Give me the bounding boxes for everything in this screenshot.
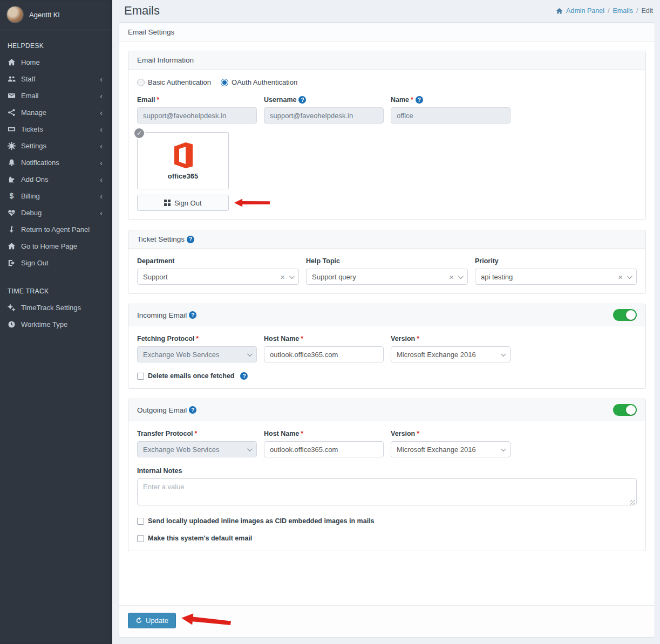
label-text: Name [391,96,409,104]
sidebar-item-timetrack-settings[interactable]: TimeTrack Settings [0,299,112,316]
sidebar-item-home[interactable]: Home [0,54,112,71]
user-panel: Agenttt Kl [0,0,112,30]
clear-icon[interactable]: × [449,273,454,281]
breadcrumb-admin-panel[interactable]: Admin Panel [566,7,604,15]
chevron-left-icon: ‹ [100,159,105,167]
name-field-group: Name * ? [391,96,511,124]
help-topic-select[interactable]: Support query × [306,269,468,285]
update-button[interactable]: Update [128,613,176,628]
department-select[interactable]: Support × [137,269,299,285]
help-icon[interactable]: ? [187,236,194,243]
gears-icon [8,304,16,312]
provider-name: office365 [168,172,198,180]
panel-title: Email Settings [119,23,655,42]
outgoing-version-select[interactable]: Microsoft Exchange 2016 [391,441,511,457]
incoming-host-field[interactable] [264,346,384,362]
sidebar-item-notifications[interactable]: Notifications‹ [0,154,112,171]
help-icon[interactable]: ? [189,311,196,319]
card-title: Outgoing Email [137,406,187,414]
help-icon[interactable]: ? [189,406,196,414]
breadcrumb-emails[interactable]: Emails [613,7,633,15]
oauth-auth-radio[interactable]: OAuth Authentication [221,78,297,86]
office365-tile[interactable]: office365 [137,132,229,189]
delete-emails-checkbox[interactable] [137,373,144,380]
menu-section-header: HELPDESK [0,36,112,54]
cid-images-checkbox[interactable] [137,518,144,525]
outgoing-email-body: Transfer Protocol * Exchange Web Service… [128,421,645,551]
required-marker: * [411,96,413,104]
sidebar-item-debug[interactable]: Debug‹ [0,204,112,221]
sidebar-item-tickets[interactable]: Tickets‹ [0,121,112,138]
incoming-version-group: Version * Microsoft Exchange 2016 [391,335,511,362]
envelope-icon [8,92,16,100]
breadcrumb: Admin Panel / Emails / Edit [556,4,653,15]
share-icon [8,108,16,117]
main-content: Emails Admin Panel / Emails / Edit Email… [112,0,660,644]
refresh-icon [135,617,142,624]
card-title: Ticket Settings [137,235,185,243]
incoming-email-header: Incoming Email ? [128,304,645,326]
help-topic-label: Help Topic [306,257,468,265]
menu-item-label: Manage [21,108,94,117]
sidebar-item-return-to-agent-panel[interactable]: Return to Agent Panel [0,221,112,238]
chevron-left-icon: ‹ [100,92,105,100]
outgoing-email-toggle[interactable] [613,404,637,416]
checkbox-label: Make this system's default email [148,535,252,542]
home-icon [556,8,563,15]
outgoing-host-field[interactable] [264,441,384,457]
email-field-group: Email * [137,96,257,124]
puzzle-icon [8,175,16,183]
checkbox-label: Delete emails once fetched [148,372,234,380]
username-field-group: Username ? [264,96,384,124]
email-settings-panel: Email Settings Email Information Basic A… [119,22,655,638]
update-label: Update [146,616,168,625]
resize-handle[interactable] [630,500,635,505]
incoming-email-toggle[interactable] [613,309,637,321]
sidebar-item-sign-out[interactable]: Sign Out [0,255,112,271]
sidebar-item-go-to-home-page[interactable]: Go to Home Page [0,238,112,255]
incoming-host-label: Host Name * [264,335,384,342]
incoming-version-select[interactable]: Microsoft Exchange 2016 [391,346,511,362]
chevron-down-icon [501,446,506,451]
radio-icon[interactable] [221,79,228,86]
clear-icon[interactable]: × [618,273,623,281]
incoming-email-card: Incoming Email ? Fetching Protocol * Exc… [128,304,646,389]
menu-item-label: Settings [21,142,94,150]
selected-check-icon: ✓ [133,127,145,139]
select-value: Microsoft Exchange 2016 [397,351,496,359]
help-icon[interactable]: ? [240,372,248,380]
priority-select[interactable]: api testing × [475,269,637,285]
select-value: api testing [481,273,614,281]
help-icon[interactable]: ? [416,96,423,104]
sign-out-button[interactable]: Sign Out [137,195,229,211]
menu-item-label: Staff [21,75,94,83]
default-email-checkbox[interactable] [137,535,144,542]
breadcrumb-separator: / [608,7,609,15]
menu-item-label: Notifications [21,159,94,167]
microsoft-grid-icon [164,200,171,206]
sidebar-item-email[interactable]: Email‹ [0,87,112,104]
radio-label: OAuth Authentication [232,78,297,86]
radio-icon[interactable] [137,79,145,86]
label-text: Username [264,96,296,104]
signout-row: Sign Out [137,195,637,211]
sidebar-item-settings[interactable]: Settings‹ [0,138,112,154]
sidebar-item-worktime-type[interactable]: Worktime Type [0,316,112,333]
sidebar-item-manage[interactable]: Manage‹ [0,104,112,121]
users-icon [8,75,16,83]
sidebar-item-staff[interactable]: Staff‹ [0,71,112,87]
chevron-left-icon: ‹ [100,76,105,83]
user-name: Agenttt Kl [29,11,59,19]
default-email-checkbox-row: Make this system's default email [137,535,637,542]
incoming-host-group: Host Name * [264,335,384,362]
clear-icon[interactable]: × [280,273,285,281]
incoming-version-label: Version * [391,335,511,342]
breadcrumb-edit: Edit [641,7,653,15]
basic-auth-radio[interactable]: Basic Authentication [137,78,211,86]
internal-notes-textarea[interactable] [137,478,637,505]
department-group: Department Support × [137,257,299,285]
transfer-protocol-select: Exchange Web Services [137,441,257,457]
help-icon[interactable]: ? [298,96,306,104]
sidebar-item-billing[interactable]: Billing‹ [0,188,112,204]
sidebar-item-add-ons[interactable]: Add Ons‹ [0,171,112,188]
